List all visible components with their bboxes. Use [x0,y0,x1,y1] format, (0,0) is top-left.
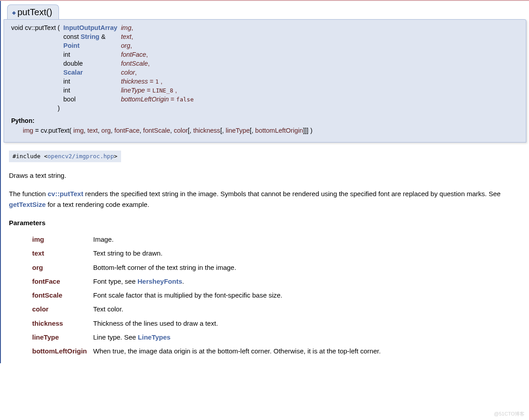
param-desc-cell: Line type. See LineTypes [91,330,382,344]
param-name-cell: bottomLeftOrigin [30,344,91,358]
memname-cell [9,50,62,59]
py-arg: fontFace [114,127,139,134]
param-name: color, [119,68,196,77]
param-type: InputOutputArray [62,23,119,32]
param-type: Scalar [62,68,119,77]
param-name-cell: img [30,232,91,246]
signature-row: Scalarcolor, [9,68,196,77]
param-type: bool [62,95,119,104]
memname-cell [9,32,62,41]
detailed-description: The function cv::putText renders the spe… [9,189,523,210]
include-directive: #include <opencv2/imgproc.hpp> [9,151,121,162]
param-name: fontFace, [119,50,196,59]
detail-link-puttext[interactable]: cv::putText [48,190,84,197]
param-name-cell: org [30,260,91,274]
param-type: const String & [62,32,119,41]
param-desc-cell: Font scale factor that is multiplied by … [91,288,382,302]
param-row: imgImage. [30,232,382,246]
memname-cell [9,77,62,86]
param-name: thickness = 1 , [119,77,196,86]
param-type: Point [62,41,119,50]
py-arg: thickness [193,127,220,134]
signature-row: intlineType = LINE_8 , [9,86,196,95]
param-name: img, [119,23,196,32]
py-text: [, [250,127,255,134]
param-name: fontScale, [119,59,196,68]
param-desc-cell: Image. [91,232,382,246]
param-type: double [62,59,119,68]
param-row: lineTypeLine type. See LineTypes [30,330,382,344]
param-row: textText string to be drawn. [30,246,382,260]
py-arg: bottomLeftOrigin [255,127,303,134]
type-link[interactable]: InputOutputArray [63,24,118,31]
signature-row: Pointorg, [9,41,196,50]
py-text: [, [188,127,193,134]
memname-cell: void cv::putText ( [9,23,62,32]
param-desc-cell: Text string to be drawn. [91,246,382,260]
param-name-cell: fontScale [30,288,91,302]
signature-row: void cv::putText (InputOutputArrayimg, [9,23,196,32]
param-name: bottomLeftOrigin = false [119,95,196,104]
member-title: ◆putText() [7,4,59,19]
param-desc-cell: Font type, see HersheyFonts. [91,274,382,288]
memname-cell [9,68,62,77]
py-text: [, [220,127,226,134]
param-name-cell: fontFace [30,274,91,288]
param-name-cell: thickness [30,316,91,330]
param-row: fontScaleFont scale factor that is multi… [30,288,382,302]
py-text: ]]] ) [303,127,312,134]
documentation: #include <opencv2/imgproc.hpp> Draws a t… [1,143,529,363]
include-close: > [114,153,118,160]
signature-row: const String &text, [9,32,196,41]
param-name-cell: lineType [30,330,91,344]
param-name-cell: color [30,302,91,316]
py-text: = [33,127,41,134]
detail-text: for a text rendering code example. [46,201,149,208]
param-name-cell: text [30,246,91,260]
param-name: lineType = LINE_8 , [119,86,196,95]
detail-link-gettextsize[interactable]: getTextSize [9,201,46,208]
py-arg: img [73,127,84,134]
detail-text: The function [9,190,48,197]
param-desc-link[interactable]: LineTypes [138,333,171,341]
py-return: img [23,127,33,134]
py-arg: color [174,127,188,134]
param-name: org, [119,41,196,50]
close-paren: ) [9,104,62,113]
diamond-icon: ◆ [12,10,17,15]
include-keyword: #include [13,153,41,160]
memname-cell [9,59,62,68]
memname-cell [9,95,62,104]
signature-table: void cv::putText (InputOutputArrayimg,co… [9,23,196,113]
python-label: Python: [7,113,523,126]
py-arg: org [101,127,111,134]
memname-cell [9,86,62,95]
param-desc-cell: Thickness of the lines used to draw a te… [91,316,382,330]
type-link[interactable]: Point [63,42,80,49]
python-signature: img = cv.putText( img, text, org, fontFa… [7,126,523,139]
param-name: text, [119,32,196,41]
type-link[interactable]: Scalar [63,69,83,76]
signature-row: boolbottomLeftOrigin = false [9,95,196,104]
brief-description: Draws a text string. [9,170,523,181]
type-link[interactable]: String [80,33,99,40]
param-row: thicknessThickness of the lines used to … [30,316,382,330]
detail-text: renders the specified text string in the… [83,190,500,197]
py-arg: text [87,127,97,134]
py-text: cv.putText( [41,127,71,134]
param-desc-link[interactable]: HersheyFonts [138,277,182,285]
signature-row: intthickness = 1 , [9,77,196,86]
content: ◆putText() void cv::putText (InputOutput… [0,1,529,363]
param-desc-cell: When true, the image data origin is at t… [91,344,382,358]
signature-row: intfontFace, [9,50,196,59]
py-arg: fontScale [143,127,170,134]
param-type: int [62,86,119,95]
parameters-table: imgImage.textText string to be drawn.org… [30,232,382,358]
param-type: int [62,50,119,59]
include-path: opencv2/imgproc.hpp [47,153,114,160]
param-row: colorText color. [30,302,382,316]
param-row: fontFaceFont type, see HersheyFonts. [30,274,382,288]
title-text: putText() [17,7,52,17]
signature-close-row: ) [9,104,196,113]
param-row: orgBottom-left corner of the text string… [30,260,382,274]
